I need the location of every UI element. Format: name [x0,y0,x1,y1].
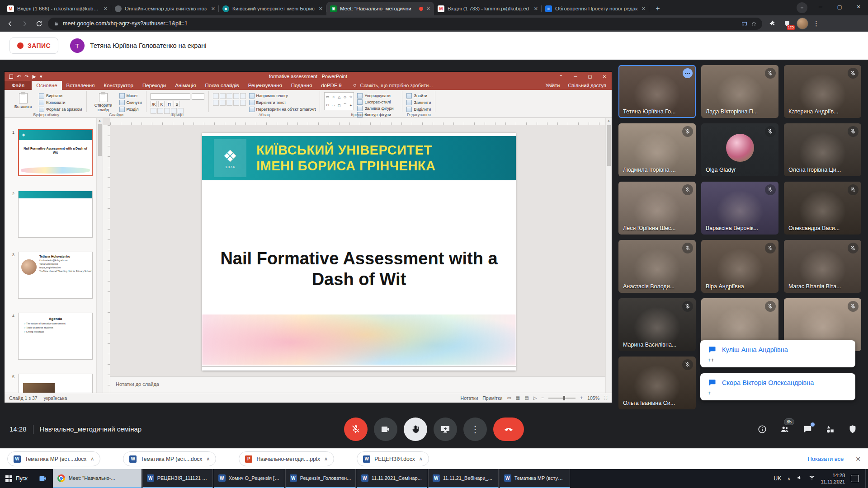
ppt-minimize-button[interactable]: ─ [568,72,583,81]
ppt-ribbon-tab[interactable]: Подання [287,81,316,90]
slide-thumbnail-3[interactable]: Tetiana Holovatenko t.holovatenko@kubg.e… [18,252,93,299]
browser-menu-icon[interactable]: ⋮ [813,19,820,28]
slide-thumbnail-5[interactable] [18,374,93,393]
ppt-ribbon-tab[interactable]: doPDF 9 [316,81,346,90]
bookmark-star-icon[interactable] [751,21,757,27]
slide-thumbnail-2[interactable] [18,191,93,238]
slide-sorter-icon[interactable]: ▦ [516,395,520,400]
font-name-select[interactable] [151,93,190,100]
indent-increase-icon[interactable] [233,93,239,99]
participant-tile[interactable]: ⋯ Леся Юріївна Шес... [618,182,696,235]
download-caret-icon[interactable]: ∧ [419,456,423,462]
network-icon[interactable] [809,474,815,483]
participants-icon[interactable]: 85 [779,424,790,435]
ribbon-button[interactable]: Розділ [119,106,142,112]
tab-close-icon[interactable]: ✕ [319,6,323,12]
notes-pane[interactable]: Нотатки до слайда [110,376,605,393]
taskbar-word-item[interactable]: 11.11.2021_Семінар... [357,469,427,488]
font-style-button[interactable]: П [166,101,172,107]
tab-close-icon[interactable]: ✕ [642,6,646,12]
browser-tab[interactable]: Вхідні (1 733) - kimmn.pi@kubg.ed ✕ [434,2,542,15]
leave-call-button[interactable] [493,418,524,441]
current-slide[interactable]: ❖ 1874 КИЇВСЬКИЙ УНІВЕРСИТЕТ ІМЕНІ БОРИС… [202,133,516,371]
zoom-level[interactable]: 105% [587,395,599,401]
font-style-button[interactable]: К [158,101,165,107]
ppt-maximize-button[interactable]: ▢ [583,72,597,81]
ribbon-button[interactable]: Макет [119,93,142,99]
normal-view-icon[interactable]: ▭ [507,395,511,400]
ribbon-button[interactable]: Знайти [406,93,431,99]
tab-search-button[interactable] [797,2,807,13]
reload-icon[interactable] [33,18,44,29]
more-options-button[interactable]: ⋮ [463,418,487,441]
download-caret-icon[interactable]: ∧ [90,456,94,462]
slide-scrollbar[interactable] [605,118,612,393]
ppt-file-tab[interactable]: Файл [5,81,32,90]
ppt-ribbon-tab[interactable]: Рецензування [244,81,287,90]
action-center-icon[interactable] [851,475,859,482]
fit-slide-icon[interactable]: ⛶ [604,395,607,401]
browser-tab[interactable]: Meet: "Навчально_методични ✕ [326,2,434,15]
profile-avatar[interactable] [797,18,808,29]
browser-tab[interactable]: Онлайн-семінар для вчителів іноз ✕ [111,2,219,15]
participant-tile[interactable]: ⋯ Лада Вікторівна П... [701,65,778,118]
new-slide-button[interactable]: Створити слайд [91,92,116,112]
slide-thumbnail-4[interactable]: Agenda The notion of formative assessmen… [18,313,93,360]
taskbar-word-item[interactable]: Хомич О_Рецензія [Р... [214,469,284,488]
notes-toggle[interactable]: Нотатки [461,395,478,401]
language-indicator[interactable]: українська [44,395,67,401]
close-button[interactable]: ✕ [849,0,868,14]
chat-notification[interactable]: Куліш Анна Андріївна ++ [700,340,855,367]
download-item[interactable]: Навчально-методи....pptx ∧ [239,451,334,466]
tab-close-icon[interactable]: ✕ [104,6,108,12]
taskbar-word-item[interactable]: Рецензія_Головатен... [285,469,356,488]
participant-tile[interactable]: ⋯ Марина Василівна... [618,298,696,351]
present-button[interactable] [434,418,457,441]
ppt-ribbon-tab[interactable]: Анімація [170,81,200,90]
sign-in-button[interactable]: Увійти [545,83,560,88]
ribbon-button[interactable]: Вирівняти текст [249,100,316,106]
chat-notification[interactable]: Скора Вікторія Олександрівна + [700,373,855,400]
ppt-ribbon-tab[interactable]: Конструктор [99,81,138,90]
forward-icon[interactable] [19,18,30,29]
save-icon[interactable] [9,75,13,79]
raise-hand-button[interactable] [404,418,427,441]
tab-close-icon[interactable]: ✕ [534,6,538,12]
share-button[interactable]: Спільний доступ [568,83,606,88]
browser-tab[interactable]: Обговорення Проекту нової редак ✕ [542,2,649,15]
participant-tile[interactable]: ⋯ Катерина Андріїв... [784,65,861,118]
reading-view-icon[interactable]: ▤ [524,395,528,400]
download-item[interactable]: Тематика МР (вст....docx ∧ [7,451,100,466]
participant-tile[interactable]: ⋯ Ольга Іванівна Си... [618,357,696,409]
font-size-select[interactable] [192,93,204,100]
browser-tab[interactable]: Вхідні (1 666) - n.kosharna@kubg.e ✕ [4,2,111,15]
align-right-icon[interactable] [226,100,232,106]
font-style-button[interactable]: Ж [151,101,157,107]
tab-close-icon[interactable]: ✕ [211,6,215,12]
participant-tile[interactable]: ⋯ Olga Gladyr [701,123,778,176]
show-desktop-button[interactable] [865,469,868,488]
participant-tile[interactable]: ⋯ Олександра Васи... [784,182,861,235]
bullets-icon[interactable] [213,93,219,99]
align-left-icon[interactable] [213,100,219,106]
ribbon-button[interactable]: Виділити [406,106,431,112]
participant-tile[interactable]: ⋯ Вараксіна Веронік... [701,182,778,235]
download-item[interactable]: Тематика МР (вст....docx ∧ [123,451,216,466]
ribbon-button[interactable]: Перетворити на об'єкт SmartArt [249,106,316,112]
participant-tile[interactable]: ⋯ Олена Ігорівна Ци... [784,123,861,176]
back-icon[interactable] [5,18,15,29]
ribbon-button[interactable]: Копіювати [39,100,82,106]
columns-icon[interactable] [240,100,246,106]
participant-tile[interactable]: ⋯ Тетяна Юріївна Го... [618,65,696,118]
ribbon-button[interactable]: Скинути [119,100,142,106]
address-bar[interactable]: meet.google.com/xhq-agrz-sys?authuser=1&… [48,18,762,30]
host-controls-icon[interactable] [847,424,858,435]
participant-tile[interactable]: ⋯ Віра Андріївна [701,240,778,293]
qat-customize-icon[interactable]: ▾ [40,74,42,80]
taskbar-word-item[interactable]: РЕЦЕНЗІЯ_111121 - ... [142,469,213,488]
numbering-icon[interactable] [220,93,226,99]
show-all-downloads-button[interactable]: Показати все [807,455,844,462]
mic-toggle-button[interactable] [344,418,368,441]
ribbon-button[interactable]: Вирізати [39,93,82,99]
download-caret-icon[interactable]: ∧ [206,456,210,462]
